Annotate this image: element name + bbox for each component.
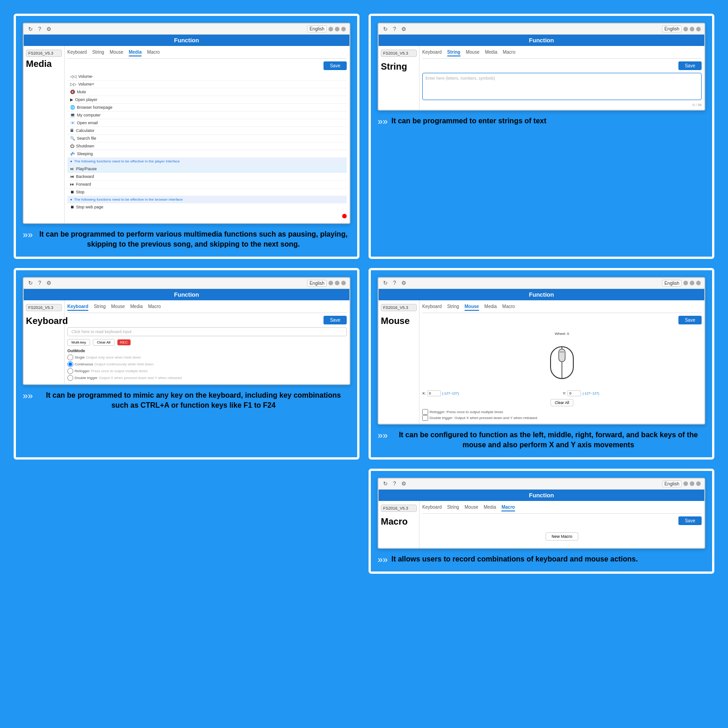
media-item-shutdown[interactable]: ⏻Shutdown <box>67 142 347 150</box>
save-button-media[interactable]: Save <box>324 61 347 70</box>
rec-button[interactable]: REC <box>117 339 131 345</box>
help-icon[interactable]: ? <box>36 26 43 32</box>
multi-key-button[interactable]: Multi-key <box>67 339 90 346</box>
refresh-icon-mouse[interactable]: ↻ <box>382 280 389 286</box>
media-item-vol-down[interactable]: ◁◁Volume- <box>67 73 347 81</box>
maximize-btn-mouse[interactable] <box>690 281 694 285</box>
minimize-btn-media[interactable] <box>329 27 333 31</box>
minimize-btn-string[interactable] <box>683 27 688 31</box>
media-item-forward[interactable]: ⏭Forward <box>67 181 347 188</box>
media-item-sleep[interactable]: 💤Sleeping <box>67 150 347 158</box>
help-icon-mouse[interactable]: ? <box>391 280 398 286</box>
maximize-btn-keyboard[interactable] <box>335 281 339 285</box>
maximize-btn-string[interactable] <box>690 27 694 31</box>
save-button-macro[interactable]: Save <box>678 516 702 525</box>
retrigger-checkbox[interactable] <box>422 409 428 415</box>
media-item-browser-home[interactable]: 🌐Browser homepage <box>67 104 347 111</box>
settings-icon-string[interactable]: ⚙ <box>400 26 407 32</box>
refresh-icon[interactable]: ↻ <box>27 26 34 32</box>
tab-macro-macro[interactable]: Macro <box>501 504 515 511</box>
tab-string-string[interactable]: String <box>447 49 460 56</box>
refresh-icon-keyboard[interactable]: ↻ <box>27 280 34 286</box>
help-icon-keyboard[interactable]: ? <box>36 280 43 286</box>
help-icon-macro[interactable]: ? <box>391 480 398 487</box>
save-button-string[interactable]: Save <box>678 61 702 70</box>
media-item-vol-up[interactable]: ▷▷Volume+ <box>67 81 347 88</box>
tab-string-media[interactable]: String <box>92 49 104 56</box>
maximize-btn-media[interactable] <box>335 27 339 31</box>
tab-media-keyboard[interactable]: Media <box>130 303 142 311</box>
title-bar-left-keyboard: ↻ ? ⚙ <box>27 280 52 286</box>
tab-macro-mouse[interactable]: Macro <box>502 303 515 311</box>
media-item-search[interactable]: 🔍Search file <box>67 135 347 142</box>
language-select-keyboard[interactable]: English <box>307 280 327 287</box>
double-trigger-checkbox[interactable] <box>422 415 428 421</box>
tab-string-keyboard[interactable]: String <box>94 303 106 311</box>
radio-single[interactable] <box>67 354 73 360</box>
language-select-macro[interactable]: English <box>662 480 682 487</box>
media-item-email[interactable]: 📧Open email <box>67 119 347 127</box>
string-input-area[interactable]: Enter here (letters, numbers, symbols) <box>422 73 702 100</box>
sidebar-string: FS2016_V5.3 String <box>379 46 420 110</box>
refresh-icon-string[interactable]: ↻ <box>382 26 389 32</box>
close-btn-macro[interactable] <box>696 481 701 486</box>
minimize-btn-macro[interactable] <box>683 481 688 486</box>
tab-string-mouse[interactable]: String <box>447 303 459 311</box>
save-button-keyboard[interactable]: Save <box>324 316 347 324</box>
radio-retrigger[interactable] <box>67 368 73 374</box>
arrow-icon-string: »» <box>378 116 388 126</box>
clear-all-mouse[interactable]: Clear All <box>551 399 573 406</box>
tab-mouse-keyboard[interactable]: Mouse <box>111 303 125 311</box>
new-macro-button[interactable]: New Macro <box>546 532 578 541</box>
language-select-media[interactable]: English <box>307 25 327 32</box>
close-btn-string[interactable] <box>696 27 701 31</box>
settings-icon[interactable]: ⚙ <box>46 26 52 32</box>
refresh-icon-macro[interactable]: ↻ <box>382 480 389 487</box>
settings-icon-macro[interactable]: ⚙ <box>400 480 407 487</box>
media-item-play-pause[interactable]: ⏯Play/Pause <box>67 165 347 173</box>
tab-keyboard-string[interactable]: Keyboard <box>422 49 442 56</box>
maximize-btn-macro[interactable] <box>690 481 694 486</box>
help-icon-string[interactable]: ? <box>391 26 398 32</box>
media-item-open-player[interactable]: ▶Open player <box>67 96 347 104</box>
settings-icon-mouse[interactable]: ⚙ <box>400 280 407 286</box>
save-button-mouse[interactable]: Save <box>678 316 702 324</box>
tab-media-string[interactable]: Media <box>485 49 497 56</box>
close-btn-mouse[interactable] <box>696 281 701 285</box>
tab-keyboard-mouse[interactable]: Keyboard <box>422 303 442 311</box>
radio-double-trigger[interactable] <box>67 375 73 381</box>
settings-icon-keyboard[interactable]: ⚙ <box>46 280 52 286</box>
tab-media-media[interactable]: Media <box>129 49 142 56</box>
tab-keyboard-media[interactable]: Keyboard <box>67 49 87 56</box>
media-item-backward[interactable]: ⏮Backward <box>67 173 347 181</box>
media-item-stop-web[interactable]: ⏹Stop web page <box>67 203 347 209</box>
close-btn-media[interactable] <box>341 27 346 31</box>
tab-macro-string[interactable]: Macro <box>503 49 516 56</box>
tab-media-macro[interactable]: Media <box>484 504 496 511</box>
tab-keyboard-macro[interactable]: Keyboard <box>422 504 442 511</box>
tab-mouse-media[interactable]: Mouse <box>110 49 123 56</box>
tab-mouse-mouse[interactable]: Mouse <box>465 303 479 311</box>
tab-media-mouse[interactable]: Media <box>485 303 497 311</box>
media-item-calculator[interactable]: 🖩Calculator <box>67 127 347 135</box>
tab-keyboard-keyboard[interactable]: Keyboard <box>67 303 88 311</box>
tab-macro-keyboard[interactable]: Macro <box>148 303 161 311</box>
tab-string-macro[interactable]: String <box>447 504 459 511</box>
radio-continuous[interactable] <box>67 361 73 367</box>
media-item-mute[interactable]: 🔇Mute <box>67 88 347 96</box>
clear-all-keyboard[interactable]: Clear All <box>93 339 115 346</box>
minimize-btn-keyboard[interactable] <box>329 281 333 285</box>
x-input[interactable] <box>427 390 441 396</box>
tab-macro-media[interactable]: Macro <box>147 49 160 56</box>
close-btn-keyboard[interactable] <box>341 281 346 285</box>
keyboard-input-field[interactable]: Click here to read keyboard input <box>67 327 347 336</box>
tab-mouse-string[interactable]: Mouse <box>466 49 480 56</box>
tab-mouse-macro[interactable]: Mouse <box>465 504 478 511</box>
media-item-my-computer[interactable]: 💻My computer <box>67 111 347 119</box>
y-input[interactable] <box>567 390 581 396</box>
language-select-string[interactable]: English <box>662 25 682 32</box>
language-select-mouse[interactable]: English <box>662 280 682 287</box>
media-item-stop[interactable]: ⏹Stop <box>67 188 347 196</box>
function-header-macro: Function <box>379 490 704 501</box>
minimize-btn-mouse[interactable] <box>683 281 688 285</box>
